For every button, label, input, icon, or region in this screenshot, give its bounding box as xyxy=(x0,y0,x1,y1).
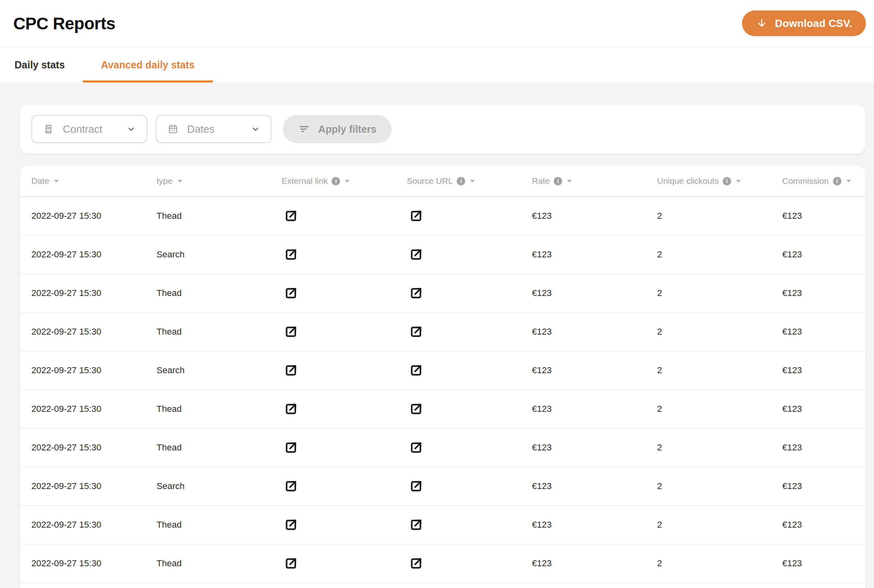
date-value: 2022-09-27 15:30 xyxy=(31,442,101,453)
sort-caret-icon[interactable] xyxy=(567,180,572,183)
commission-value: €123 xyxy=(782,558,802,569)
source-url-link-icon[interactable] xyxy=(408,440,424,455)
calendar-icon xyxy=(167,123,179,135)
source-url-link-icon[interactable] xyxy=(408,479,424,494)
rate-value: €123 xyxy=(532,558,552,569)
column-header-commission[interactable]: Commission i xyxy=(771,176,865,186)
type-value: Search xyxy=(157,249,185,260)
cell-rate: €123 xyxy=(521,442,646,453)
table-row: 2022-09-27 15:30 Thead xyxy=(20,506,865,545)
tab-daily-stats[interactable]: Daily stats xyxy=(14,47,83,82)
cell-external-link xyxy=(270,208,396,224)
cell-unique-clickouts: 2 xyxy=(646,520,771,530)
cell-source-url xyxy=(396,440,521,455)
commission-value: €123 xyxy=(782,211,802,221)
commission-value: €123 xyxy=(782,288,802,298)
info-icon[interactable]: i xyxy=(554,177,562,185)
column-label: External link xyxy=(282,176,328,186)
external-link-icon[interactable] xyxy=(283,517,299,532)
column-header-unique-clickouts[interactable]: Unique clickouts i xyxy=(646,176,771,186)
unique-clickouts-value: 2 xyxy=(657,404,662,414)
source-url-link-icon[interactable] xyxy=(408,247,424,262)
external-link-icon[interactable] xyxy=(283,401,299,417)
source-url-link-icon[interactable] xyxy=(408,556,424,571)
cell-rate: €123 xyxy=(521,558,646,569)
info-icon[interactable]: i xyxy=(332,177,340,185)
external-link-icon[interactable] xyxy=(283,363,299,378)
external-link-icon[interactable] xyxy=(283,556,299,571)
column-header-type[interactable]: type xyxy=(145,176,270,186)
cell-source-url xyxy=(396,324,521,339)
cell-rate: €123 xyxy=(521,327,646,337)
chevron-down-icon xyxy=(126,124,136,134)
column-header-rate[interactable]: Rate i xyxy=(521,176,646,186)
table-row: 2022-09-27 15:30 Thead xyxy=(20,390,865,429)
sort-caret-icon[interactable] xyxy=(846,180,851,183)
external-link-icon[interactable] xyxy=(283,440,299,455)
unique-clickouts-value: 2 xyxy=(657,442,662,453)
tab-bar: Daily stats Avanced daily stats xyxy=(0,47,874,82)
download-csv-button[interactable]: Download CSV. xyxy=(742,10,866,36)
table-row: 2022-09-27 15:30 Search xyxy=(20,352,865,390)
column-label: Unique clickouts xyxy=(657,176,719,186)
date-value: 2022-09-27 15:30 xyxy=(31,327,101,337)
source-url-link-icon[interactable] xyxy=(408,324,424,339)
contract-select[interactable]: Contract xyxy=(31,115,147,143)
cell-rate: €123 xyxy=(521,365,646,376)
cell-commission: €123 xyxy=(771,211,865,221)
type-value: Thead xyxy=(157,558,181,569)
sort-caret-icon[interactable] xyxy=(177,180,182,183)
apply-filters-button[interactable]: Apply filters xyxy=(283,115,392,143)
info-icon[interactable]: i xyxy=(723,177,731,185)
cell-unique-clickouts: 2 xyxy=(646,481,771,491)
sort-caret-icon[interactable] xyxy=(54,180,59,183)
sort-caret-icon[interactable] xyxy=(345,180,350,183)
source-url-link-icon[interactable] xyxy=(408,517,424,532)
cell-date: 2022-09-27 15:30 xyxy=(20,365,145,376)
tab-daily-stats-label: Daily stats xyxy=(14,59,65,71)
table-row: 2022-09-27 15:30 Thead xyxy=(20,274,865,313)
external-link-icon[interactable] xyxy=(283,324,299,339)
rate-value: €123 xyxy=(532,520,552,530)
type-value: Thead xyxy=(157,327,181,337)
cell-unique-clickouts: 2 xyxy=(646,249,771,260)
info-icon[interactable]: i xyxy=(833,177,841,185)
cell-unique-clickouts: 2 xyxy=(646,211,771,221)
info-icon[interactable]: i xyxy=(457,177,465,185)
external-link-icon[interactable] xyxy=(283,208,299,224)
external-link-icon[interactable] xyxy=(283,479,299,494)
unique-clickouts-value: 2 xyxy=(657,558,662,569)
external-link-icon[interactable] xyxy=(283,247,299,262)
source-url-link-icon[interactable] xyxy=(408,208,424,224)
sort-caret-icon[interactable] xyxy=(470,180,475,183)
contract-receipt-icon xyxy=(43,123,55,135)
sort-caret-icon[interactable] xyxy=(736,180,741,183)
column-header-date[interactable]: Date xyxy=(20,176,145,186)
source-url-link-icon[interactable] xyxy=(408,286,424,301)
cell-date: 2022-09-27 15:30 xyxy=(20,288,145,298)
tab-advanced-daily-stats[interactable]: Avanced daily stats xyxy=(83,47,213,82)
external-link-icon[interactable] xyxy=(283,286,299,301)
cell-unique-clickouts: 2 xyxy=(646,365,771,376)
cell-unique-clickouts: 2 xyxy=(646,442,771,453)
type-value: Thead xyxy=(157,404,181,414)
cell-external-link xyxy=(270,401,396,417)
column-label: Date xyxy=(31,176,49,186)
unique-clickouts-value: 2 xyxy=(657,249,662,260)
source-url-link-icon[interactable] xyxy=(408,401,424,417)
date-value: 2022-09-27 15:30 xyxy=(31,520,101,530)
source-url-link-icon[interactable] xyxy=(408,363,424,378)
column-label: Source URL xyxy=(407,176,453,186)
cell-rate: €123 xyxy=(521,481,646,491)
rate-value: €123 xyxy=(532,249,552,260)
filter-lines-icon xyxy=(298,123,310,135)
table-row: 2022-09-27 15:30 Thead xyxy=(20,545,865,583)
chevron-down-icon xyxy=(251,124,260,134)
column-header-external-link[interactable]: External link i xyxy=(270,176,396,186)
column-header-source-url[interactable]: Source URL i xyxy=(396,176,521,186)
cell-external-link xyxy=(270,517,396,532)
dates-select[interactable]: Dates xyxy=(156,115,272,143)
cell-external-link xyxy=(270,324,396,339)
rate-value: €123 xyxy=(532,327,552,337)
stats-table: Date type External link i Source URL i R… xyxy=(20,166,865,588)
